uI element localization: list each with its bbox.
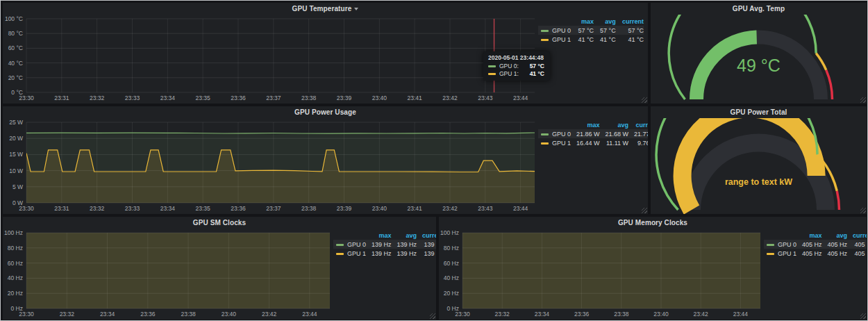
legend-header-max[interactable]: max	[366, 231, 392, 240]
legend-value-max: 57 °C	[572, 26, 594, 35]
panel-header[interactable]: GPU Memory Clocks	[439, 217, 867, 229]
panel-resize-handle[interactable]	[642, 97, 647, 103]
legend-series-toggle[interactable]: GPU 1	[538, 138, 571, 147]
panel-header[interactable]: GPU Temperature	[3, 3, 648, 15]
legend-series-toggle[interactable]: GPU 0	[538, 26, 572, 35]
svg-text:23:30: 23:30	[19, 205, 34, 212]
svg-text:23:32: 23:32	[495, 311, 510, 318]
legend-series-toggle[interactable]: GPU 1	[538, 35, 572, 44]
dashboard: GPU Temperature 0 °C20 °C40 °C60 °C80 °C…	[0, 0, 868, 321]
legend-value-max: 405 Hz	[796, 249, 822, 258]
svg-text:80 Hz: 80 Hz	[8, 245, 23, 252]
svg-text:23:34: 23:34	[160, 94, 176, 101]
legend-gpu-memory-clocks: maxavgcurrentGPU 0405 Hz405 Hz405 HzGPU …	[764, 229, 867, 258]
panel-header[interactable]: GPU SM Clocks	[3, 217, 436, 229]
legend-value-current: 405 Hz	[847, 249, 867, 258]
svg-text:23:35: 23:35	[196, 205, 211, 212]
legend-series-toggle[interactable]: GPU 0	[538, 129, 571, 138]
svg-text:20 °C: 20 °C	[8, 74, 23, 81]
sm-clocks-chart[interactable]: 0 Hz20 Hz40 Hz60 Hz80 Hz100 Hz23:3023:32…	[3, 229, 333, 320]
legend-value-max: 405 Hz	[796, 240, 822, 249]
panel-title[interactable]: GPU Power Total	[731, 108, 787, 116]
svg-text:23:38: 23:38	[301, 205, 317, 212]
panel-resize-handle[interactable]	[860, 313, 866, 319]
panel-title[interactable]: GPU Memory Clocks	[618, 219, 687, 227]
legend-header-row: maxavgcurrent	[764, 231, 867, 240]
panel-resize-handle[interactable]	[430, 313, 435, 319]
panel-header[interactable]: GPU Power Total	[651, 106, 867, 118]
panel-header[interactable]: GPU Avg. Temp	[651, 3, 867, 15]
series-color-dash	[541, 133, 549, 135]
legend-row: GPU 1405 Hz405 Hz405 Hz	[764, 249, 867, 258]
chevron-down-icon[interactable]	[354, 8, 358, 10]
svg-text:23:39: 23:39	[337, 205, 352, 212]
series-color-dash	[488, 73, 496, 75]
legend-header-avg[interactable]: avg	[392, 231, 417, 240]
legend-header-current[interactable]: current	[628, 120, 648, 129]
svg-text:23:37: 23:37	[266, 205, 281, 212]
svg-text:15 W: 15 W	[9, 151, 23, 158]
gauge-value-text: range to text kW	[725, 177, 792, 187]
svg-text:23:39: 23:39	[337, 94, 352, 101]
legend-header-current[interactable]: current	[417, 231, 436, 240]
legend-series-name: GPU 1	[347, 250, 366, 257]
legend-value-current: 21.77 W	[628, 129, 648, 138]
svg-text:23:32: 23:32	[90, 94, 105, 101]
panel-title[interactable]: GPU SM Clocks	[193, 219, 246, 227]
panel-title[interactable]: GPU Temperature	[292, 5, 352, 13]
svg-text:23:42: 23:42	[442, 205, 458, 212]
legend-header-current[interactable]: current	[847, 231, 867, 240]
panel-resize-handle[interactable]	[642, 208, 647, 213]
svg-text:23:33: 23:33	[125, 205, 140, 212]
memory-clocks-chart[interactable]: 0 Hz20 Hz40 Hz60 Hz80 Hz100 Hz23:3023:32…	[439, 229, 764, 320]
legend-series-name: GPU 0	[347, 241, 366, 248]
svg-text:23:35: 23:35	[196, 94, 211, 101]
legend-header-row: maxavgcurrent	[538, 120, 648, 129]
svg-text:40 Hz: 40 Hz	[444, 274, 459, 281]
legend-header-max[interactable]: max	[571, 120, 600, 129]
legend-header-spacer	[333, 231, 366, 240]
power-total-gauge: range to text kW	[651, 118, 867, 214]
svg-text:10 W: 10 W	[9, 167, 23, 174]
legend-header-avg[interactable]: avg	[594, 17, 616, 26]
svg-text:23:36: 23:36	[140, 311, 156, 318]
temperature-chart[interactable]: 0 °C20 °C40 °C60 °C80 °C100 °C23:3023:31…	[3, 15, 538, 104]
panel-resize-handle[interactable]	[860, 97, 866, 103]
legend-series-toggle[interactable]: GPU 1	[333, 249, 366, 258]
panel-gpu-power-total: GPU Power Total range to text kW	[651, 106, 867, 214]
panel-resize-handle[interactable]	[860, 208, 866, 213]
series-color-dash	[767, 244, 774, 246]
legend-series-toggle[interactable]: GPU 0	[333, 240, 366, 249]
power-usage-chart[interactable]: 0 W5 W10 W15 W20 W25 W23:3023:3123:3223:…	[3, 118, 538, 214]
svg-text:20 W: 20 W	[9, 135, 23, 142]
svg-text:23:43: 23:43	[478, 94, 493, 101]
legend-header-avg[interactable]: avg	[822, 231, 848, 240]
legend-value-max: 41 °C	[572, 35, 594, 44]
svg-text:20 Hz: 20 Hz	[8, 290, 23, 297]
legend-value-avg: 139 Hz	[392, 240, 417, 249]
svg-text:60 °C: 60 °C	[8, 44, 23, 51]
svg-text:23:33: 23:33	[125, 94, 140, 101]
legend-header-avg[interactable]: avg	[600, 120, 629, 129]
legend-value-current: 41 °C	[616, 35, 644, 44]
legend-series-toggle[interactable]: GPU 0	[764, 240, 796, 249]
legend-gpu-sm-clocks: maxavgcurrentGPU 0139 Hz139 Hz139 HzGPU …	[333, 229, 436, 258]
svg-text:23:42: 23:42	[262, 311, 277, 318]
legend-header-current[interactable]: current	[616, 17, 644, 26]
panel-header[interactable]: GPU Power Usage	[3, 106, 648, 118]
legend-header-spacer	[764, 231, 796, 240]
legend-series-toggle[interactable]: GPU 1	[764, 249, 796, 258]
legend-header-max[interactable]: max	[572, 17, 594, 26]
svg-text:40 Hz: 40 Hz	[8, 274, 23, 281]
svg-text:100 °C: 100 °C	[5, 15, 23, 22]
svg-text:23:38: 23:38	[181, 311, 196, 318]
panel-title[interactable]: GPU Avg. Temp	[733, 5, 785, 13]
svg-text:23:34: 23:34	[160, 205, 176, 212]
legend-header-max[interactable]: max	[796, 231, 822, 240]
legend-gpu-temperature: maxavgcurrentGPU 057 °C57 °C57 °CGPU 141…	[538, 15, 648, 44]
svg-text:23:40: 23:40	[653, 311, 669, 318]
legend-gpu-power-usage: maxavgcurrentGPU 021.86 W21.68 W21.77 WG…	[538, 118, 648, 147]
svg-text:23:42: 23:42	[694, 311, 709, 318]
panel-title[interactable]: GPU Power Usage	[294, 108, 356, 116]
svg-text:60 Hz: 60 Hz	[444, 260, 459, 267]
